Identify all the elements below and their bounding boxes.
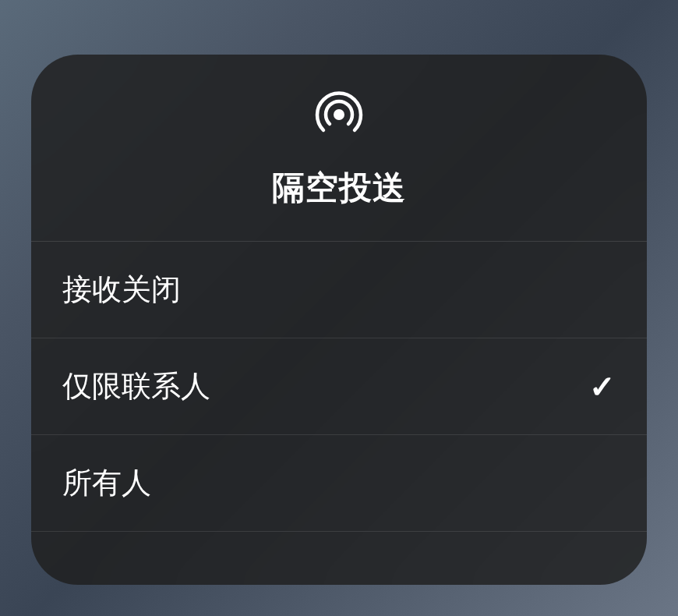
option-label: 仅限联系人 bbox=[62, 366, 210, 406]
svg-point-0 bbox=[334, 109, 344, 120]
panel-title: 隔空投送 bbox=[272, 166, 406, 210]
option-everyone[interactable]: 所有人 bbox=[31, 435, 647, 532]
airdrop-settings-panel: 隔空投送 接收关闭 仅限联系人 ✓ 所有人 bbox=[31, 55, 647, 585]
options-list: 接收关闭 仅限联系人 ✓ 所有人 bbox=[31, 242, 647, 585]
option-label: 接收关闭 bbox=[62, 270, 181, 310]
option-label: 所有人 bbox=[62, 463, 151, 503]
panel-header: 隔空投送 bbox=[31, 55, 647, 242]
option-contacts-only[interactable]: 仅限联系人 ✓ bbox=[31, 338, 647, 435]
airdrop-icon bbox=[314, 90, 364, 143]
option-receiving-off[interactable]: 接收关闭 bbox=[31, 242, 647, 338]
checkmark-icon: ✓ bbox=[589, 369, 616, 405]
